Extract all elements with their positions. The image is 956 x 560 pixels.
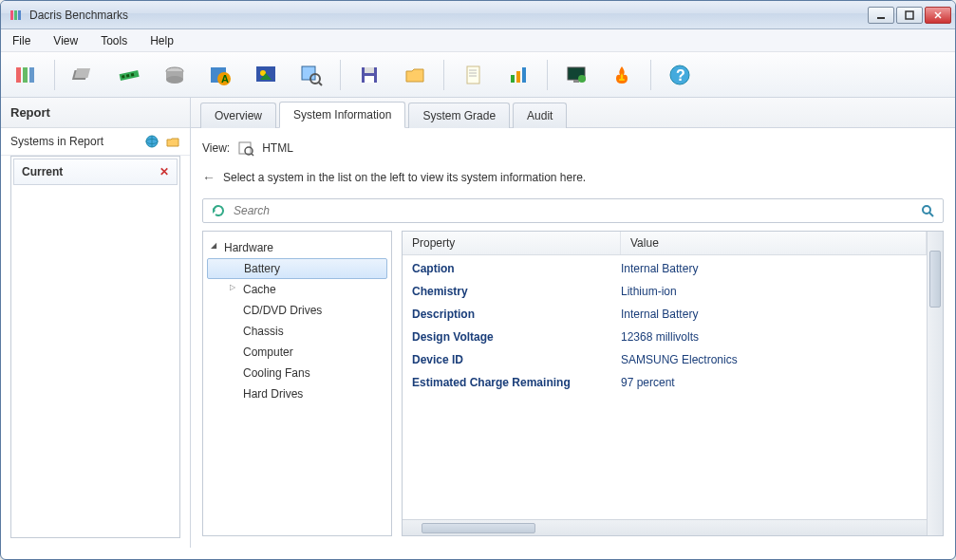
property-row[interactable]: Estimated Charge Remaining97 percent: [403, 371, 927, 394]
globe-icon[interactable]: [144, 134, 159, 149]
toolbar-search-icon[interactable]: [294, 58, 328, 92]
svg-line-51: [929, 213, 933, 216]
property-key: Estimated Charge Remaining: [412, 376, 621, 389]
svg-rect-4: [906, 11, 913, 19]
svg-rect-36: [516, 71, 520, 83]
svg-text:A: A: [221, 73, 229, 84]
close-button[interactable]: [925, 7, 951, 24]
property-row[interactable]: Design Voltage12368 millivolts: [403, 326, 927, 348]
window-title: Dacris Benchmarks: [29, 9, 868, 22]
tree-node-cache[interactable]: Cache: [207, 279, 387, 300]
maximize-button[interactable]: [896, 7, 923, 24]
svg-rect-0: [10, 10, 13, 20]
tree-node-battery[interactable]: Battery: [207, 258, 387, 279]
svg-line-27: [319, 83, 322, 85]
minimize-button[interactable]: [868, 7, 894, 24]
header-property[interactable]: Property: [403, 232, 621, 254]
svg-rect-9: [29, 67, 34, 83]
svg-text:?: ?: [676, 67, 685, 84]
tab-content: View: HTML ← Select a system in the list…: [191, 128, 955, 548]
view-mode-label[interactable]: HTML: [262, 141, 293, 155]
property-row[interactable]: Device IDSAMSUNG Electronics: [403, 348, 927, 371]
property-key: Description: [412, 308, 621, 321]
toolbar-save-icon[interactable]: [352, 58, 386, 92]
view-row: View: HTML: [202, 136, 944, 160]
property-key: Device ID: [412, 353, 621, 366]
svg-point-50: [923, 206, 930, 214]
toolbar-chart-icon[interactable]: [501, 58, 535, 92]
tree-node-cooling-fans[interactable]: Cooling Fans: [207, 363, 387, 383]
search-icon[interactable]: [920, 203, 935, 218]
titlebar[interactable]: Dacris Benchmarks: [1, 1, 955, 29]
properties-body[interactable]: CaptionInternal BatteryChemistryLithium-…: [403, 255, 927, 519]
toolbar-fire-icon[interactable]: [605, 58, 639, 92]
svg-rect-37: [522, 67, 526, 83]
delete-icon[interactable]: ✕: [159, 165, 169, 178]
system-item-current[interactable]: Current ✕: [13, 159, 178, 185]
properties-h-scrollbar[interactable]: [403, 519, 927, 535]
toolbar-monitor-icon[interactable]: [559, 58, 593, 92]
toolbar-image-icon[interactable]: [249, 58, 283, 92]
refresh-icon[interactable]: [211, 203, 226, 218]
property-value: Internal Battery: [621, 262, 917, 275]
right-panel: Overview System Information System Grade…: [191, 98, 955, 548]
tree-node-cd-dvd-drives[interactable]: CD/DVD Drives: [207, 300, 387, 321]
tree-node-computer[interactable]: Computer: [207, 342, 387, 363]
toolbar-doc-icon[interactable]: [456, 58, 490, 92]
menu-file[interactable]: File: [9, 32, 34, 49]
toolbar-cpu-icon[interactable]: [66, 58, 101, 92]
tab-audit[interactable]: Audit: [513, 103, 567, 128]
property-value: Lithium-ion: [621, 285, 917, 298]
app-icon: [9, 8, 24, 23]
svg-rect-1: [14, 10, 17, 20]
hint-text: Select a system in the list on the left …: [223, 171, 586, 184]
view-mode-icon[interactable]: [237, 140, 254, 157]
property-value: Internal Battery: [621, 308, 917, 321]
hardware-tree[interactable]: Hardware BatteryCacheCD/DVD DrivesChassi…: [203, 232, 391, 535]
svg-line-48: [252, 154, 253, 156]
property-key: Chemistry: [412, 285, 621, 298]
properties-v-scrollbar[interactable]: [927, 232, 943, 535]
tabs-row: Overview System Information System Grade…: [191, 98, 955, 128]
svg-rect-3: [877, 17, 885, 19]
tree-node-hardware[interactable]: Hardware: [207, 237, 387, 258]
svg-rect-31: [467, 66, 479, 84]
property-key: Design Voltage: [412, 330, 621, 344]
tree-node-chassis[interactable]: Chassis: [207, 321, 387, 342]
svg-rect-12: [120, 69, 140, 80]
systems-list[interactable]: Current ✕: [10, 156, 180, 538]
system-item-label: Current: [22, 165, 159, 178]
property-value: 97 percent: [621, 376, 917, 389]
svg-point-40: [578, 75, 586, 83]
left-panel: Report Systems in Report Current ✕: [1, 98, 191, 548]
hardware-tree-pane: Hardware BatteryCacheCD/DVD DrivesChassi…: [202, 231, 392, 536]
tree-node-hard-drives[interactable]: Hard Drives: [207, 383, 387, 404]
toolbar-ram-icon[interactable]: [112, 58, 146, 92]
tab-system-information[interactable]: System Information: [279, 102, 405, 128]
toolbar-folder-icon[interactable]: [398, 58, 432, 92]
menu-help[interactable]: Help: [146, 32, 178, 49]
window-controls: [868, 7, 951, 24]
tab-overview[interactable]: Overview: [200, 103, 276, 128]
properties-header: Property Value: [403, 232, 927, 255]
search-box[interactable]: [202, 198, 944, 223]
svg-rect-25: [302, 66, 315, 80]
menu-tools[interactable]: Tools: [97, 32, 131, 49]
svg-rect-15: [131, 72, 135, 76]
menu-view[interactable]: View: [49, 32, 82, 49]
property-row[interactable]: CaptionInternal Battery: [403, 257, 927, 280]
toolbar-help-icon[interactable]: ?: [663, 58, 697, 92]
toolbar-paint-icon[interactable]: A: [203, 58, 237, 92]
folder-open-icon[interactable]: [165, 134, 180, 149]
property-value: SAMSUNG Electronics: [621, 353, 917, 366]
tab-system-grade[interactable]: System Grade: [408, 103, 510, 128]
property-row[interactable]: DescriptionInternal Battery: [403, 303, 927, 326]
property-row[interactable]: ChemistryLithium-ion: [403, 280, 927, 303]
search-input[interactable]: [234, 204, 912, 217]
arrow-left-icon: ←: [202, 170, 216, 185]
toolbar-hdd-icon[interactable]: [158, 58, 192, 92]
toolbar-app-icon[interactable]: [9, 58, 43, 92]
header-value[interactable]: Value: [621, 232, 927, 254]
svg-rect-14: [126, 74, 130, 78]
property-key: Caption: [412, 262, 621, 275]
